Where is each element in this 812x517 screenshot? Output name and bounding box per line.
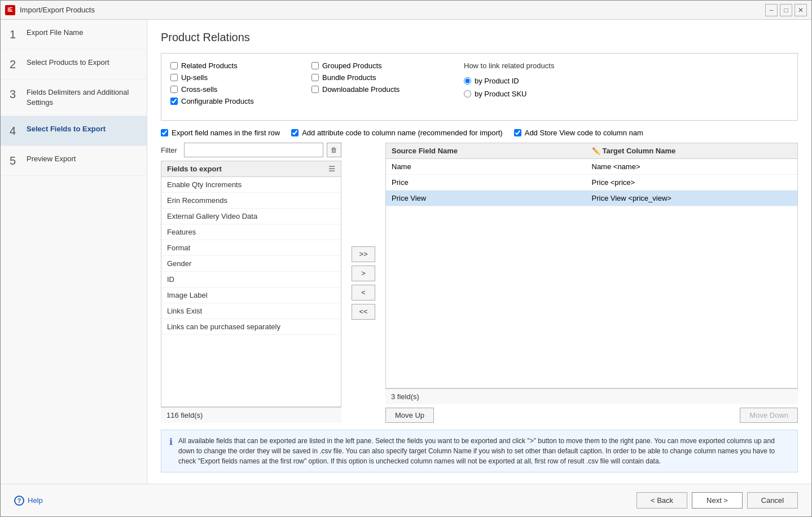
info-box: ℹ All available fields that can be expor…: [161, 430, 798, 472]
filter-input[interactable]: [184, 143, 323, 157]
export-field-names-checkbox[interactable]: [161, 129, 168, 136]
radio-by-product-id[interactable]: by Product ID: [464, 77, 788, 85]
minimize-button[interactable]: –: [765, 4, 778, 16]
bundle-label: Bundle Products: [322, 73, 376, 82]
by-product-sku-radio[interactable]: [464, 90, 471, 98]
filter-clear-button[interactable]: 🗑: [327, 143, 341, 157]
checkbox-downloadable[interactable]: Downloadable Products: [311, 85, 436, 94]
add-attribute-code-checkbox[interactable]: [291, 129, 299, 136]
checkbox-related-products[interactable]: Related Products: [170, 61, 295, 70]
add-all-button[interactable]: >>: [352, 246, 375, 262]
export-field-names-label: Export field names in the first row: [172, 129, 280, 137]
source-field-header: Source Field Name: [392, 147, 592, 155]
main-window: IE Import/Export Products – □ ✕ 1 Export…: [0, 0, 812, 517]
sidebar-item-5[interactable]: 5 Preview Export: [1, 146, 147, 176]
downloadable-checkbox[interactable]: [311, 86, 319, 93]
middle-buttons: >> > < <<: [348, 143, 379, 423]
step-number-1: 1: [10, 28, 21, 41]
target-column-label: Target Column Name: [603, 147, 676, 155]
configurable-label: Configurable Products: [181, 97, 254, 105]
back-button[interactable]: < Back: [637, 492, 687, 509]
grouped-checkbox[interactable]: [311, 62, 319, 69]
list-item[interactable]: Erin Recommends: [161, 193, 341, 209]
upsells-checkbox[interactable]: [170, 74, 178, 81]
cancel-button[interactable]: Cancel: [747, 492, 798, 509]
list-item[interactable]: Gender: [161, 256, 341, 272]
target-column-header: ✏️ Target Column Name: [592, 147, 792, 155]
fields-list-header: Fields to export ☰: [161, 161, 341, 177]
step-number-2: 2: [10, 58, 21, 71]
sidebar-label-2: Select Products to Export: [27, 58, 109, 68]
move-buttons-row: Move Up Move Down: [385, 408, 798, 423]
options-bar: Export field names in the first row Add …: [161, 129, 798, 137]
sort-icon: ☰: [328, 165, 335, 173]
sidebar-label-5: Preview Export: [27, 154, 76, 164]
by-product-id-label: by Product ID: [475, 77, 519, 85]
sidebar-item-1[interactable]: 1 Export File Name: [1, 20, 147, 50]
left-panel: Filter 🗑 Fields to export ☰ Enable Qty I…: [161, 143, 341, 423]
target-table-header: Source Field Name ✏️ Target Column Name: [386, 143, 797, 159]
row-source: Name: [392, 162, 592, 171]
next-button[interactable]: Next >: [692, 492, 743, 509]
radio-by-product-sku[interactable]: by Product SKU: [464, 90, 788, 98]
table-row[interactable]: Price Price <price>: [386, 175, 797, 191]
sidebar-item-4[interactable]: 4 Select Fields to Export: [1, 116, 147, 146]
by-product-sku-label: by Product SKU: [475, 90, 527, 98]
related-products-label: Related Products: [181, 61, 238, 70]
sidebar-label-4: Select Fields to Export: [27, 124, 106, 134]
title-bar-left: IE Import/Export Products: [5, 5, 95, 15]
window-title: Import/Export Products: [20, 6, 95, 14]
bundle-checkbox[interactable]: [311, 74, 319, 81]
move-up-button[interactable]: Move Up: [385, 408, 434, 423]
export-area: Filter 🗑 Fields to export ☰ Enable Qty I…: [161, 143, 798, 423]
move-down-button[interactable]: Move Down: [740, 408, 798, 423]
sidebar-label-3: Fields Delimiters and Additional Setting…: [27, 87, 138, 108]
crosssells-checkbox[interactable]: [170, 86, 178, 93]
page-title: Product Relations: [161, 31, 798, 44]
row-target: Name <name>: [592, 162, 792, 171]
related-products-checkbox[interactable]: [170, 62, 178, 69]
target-count: 3 field(s): [385, 388, 798, 404]
table-row[interactable]: Name Name <name>: [386, 159, 797, 175]
add-button[interactable]: >: [352, 266, 375, 281]
app-icon: IE: [5, 5, 15, 15]
row-source: Price: [392, 178, 592, 187]
add-store-view-option[interactable]: Add Store View code to column nam: [514, 129, 643, 137]
add-attribute-code-option[interactable]: Add attribute code to column name (recom…: [291, 129, 503, 137]
checkbox-bundle[interactable]: Bundle Products: [311, 73, 436, 82]
checkbox-configurable[interactable]: Configurable Products: [170, 97, 295, 105]
list-item[interactable]: Image Label: [161, 288, 341, 303]
remove-button[interactable]: <: [352, 285, 375, 301]
sidebar: 1 Export File Name 2 Select Products to …: [1, 20, 147, 484]
step-number-3: 3: [10, 87, 21, 101]
help-link[interactable]: ? Help: [14, 496, 43, 506]
configurable-checkbox[interactable]: [170, 98, 178, 105]
list-item[interactable]: Enable Qty Increments: [161, 177, 341, 193]
list-item[interactable]: ID: [161, 272, 341, 288]
checkbox-upsells[interactable]: Up-sells: [170, 73, 295, 82]
list-item[interactable]: Links Exist: [161, 303, 341, 319]
main-content: Product Relations Related Products Up-se…: [147, 20, 811, 484]
sidebar-item-2[interactable]: 2 Select Products to Export: [1, 50, 147, 79]
fields-to-export-label: Fields to export: [167, 165, 222, 173]
add-store-view-checkbox[interactable]: [514, 129, 521, 136]
remove-all-button[interactable]: <<: [352, 304, 375, 320]
add-attribute-code-label: Add attribute code to column name (recom…: [302, 129, 503, 137]
export-field-names-option[interactable]: Export field names in the first row: [161, 129, 280, 137]
by-product-id-radio[interactable]: [464, 77, 471, 85]
close-button[interactable]: ✕: [795, 4, 807, 16]
downloadable-label: Downloadable Products: [322, 85, 400, 94]
crosssells-label: Cross-sells: [181, 85, 217, 94]
list-item[interactable]: Links can be purchased separately: [161, 319, 341, 335]
list-item[interactable]: Features: [161, 224, 341, 240]
list-item[interactable]: Format: [161, 240, 341, 256]
checkbox-grouped[interactable]: Grouped Products: [311, 61, 436, 70]
table-row[interactable]: Price View Price View <price_view>: [386, 191, 797, 206]
edit-icon: ✏️: [592, 147, 600, 155]
list-item[interactable]: External Gallery Video Data: [161, 209, 341, 224]
maximize-button[interactable]: □: [780, 4, 792, 16]
sidebar-item-3[interactable]: 3 Fields Delimiters and Additional Setti…: [1, 79, 147, 116]
bottom-bar: ? Help < Back Next > Cancel: [1, 484, 811, 516]
checkboxes-left: Related Products Up-sells Cross-sells: [170, 61, 295, 105]
checkbox-crosssells[interactable]: Cross-sells: [170, 85, 295, 94]
